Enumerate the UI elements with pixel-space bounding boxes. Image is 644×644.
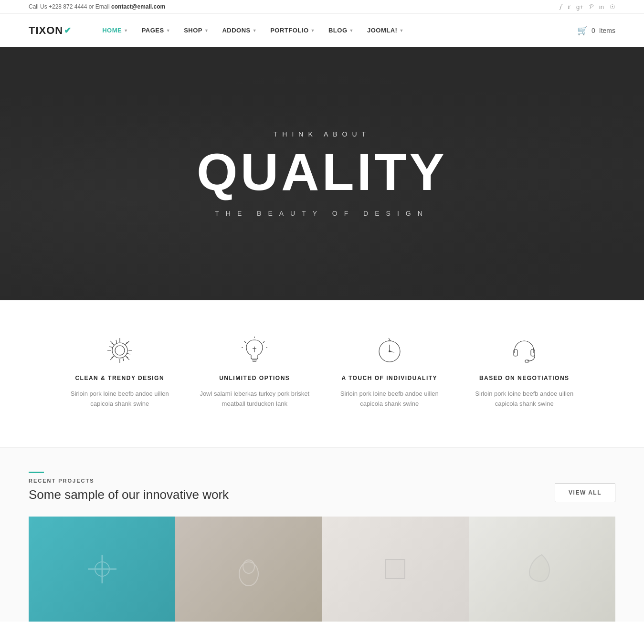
thumb-deco-1	[29, 517, 175, 622]
chevron-down-icon: ▼	[124, 28, 128, 33]
feature-negotiations: BASED ON NEGOTIATIONS Sirloin pork loine…	[464, 334, 585, 409]
twitter-icon[interactable]: 𝕣	[568, 3, 570, 11]
thumb-deco-2	[175, 517, 322, 622]
gear-icon	[103, 334, 137, 367]
nav-pages[interactable]: PAGES ▼	[135, 14, 177, 47]
svg-rect-19	[531, 349, 535, 356]
projects-grid	[29, 517, 615, 622]
logo-bolt: ✔	[64, 25, 72, 36]
svg-point-0	[115, 346, 125, 355]
top-bar: Call Us +228 872 4444 or Email contact@e…	[0, 0, 644, 14]
thumb-svg-1	[83, 550, 121, 588]
projects-header: RECENT PROJECTS Some sample of our innov…	[29, 472, 615, 502]
nav-blog[interactable]: BLOG ▼	[322, 14, 360, 47]
chevron-down-icon: ▼	[311, 28, 315, 33]
hero-title: QUALITY	[197, 146, 447, 198]
project-thumb-3[interactable]	[322, 517, 469, 622]
thumb-deco-4	[469, 517, 615, 622]
feature-3-title: A TOUCH OF INDIVIDUALITY	[341, 375, 437, 381]
nav-portfolio[interactable]: PORTFOLIO ▼	[264, 14, 322, 47]
hero-tagline: THE BEAUTY OF DESIGN	[197, 210, 447, 217]
feature-individuality: A TOUCH OF INDIVIDUALITY Sirloin pork lo…	[329, 334, 450, 409]
svg-point-17	[389, 350, 391, 352]
logo[interactable]: TIXON✔	[29, 24, 72, 37]
contact-info: Call Us +228 872 4444 or Email contact@e…	[29, 3, 165, 10]
feature-1-title: CLEAN & TRENDY DESIGN	[75, 375, 164, 381]
projects-title: Some sample of our innovative work	[29, 487, 229, 502]
thumb-svg-2	[230, 550, 268, 588]
chevron-down-icon: ▼	[166, 28, 170, 33]
view-all-button[interactable]: VIEW ALL	[555, 483, 615, 502]
clock-icon	[373, 334, 406, 367]
cart-icon: 🛒	[577, 25, 588, 36]
feature-2-title: UNLIMITED OPTIONS	[219, 375, 290, 381]
nav-joomla[interactable]: JOOMLA! ▼	[360, 14, 411, 47]
nav-shop[interactable]: SHOP ▼	[177, 14, 215, 47]
hero-content: THINK ABOUT QUALITY THE BEAUTY OF DESIGN	[197, 130, 447, 217]
svg-line-7	[244, 341, 246, 343]
clock-svg	[375, 336, 404, 365]
chevron-down-icon: ▼	[204, 28, 209, 33]
cart-button[interactable]: 🛒 0 Items	[577, 25, 615, 36]
project-thumb-1[interactable]	[29, 517, 175, 622]
gear-svg	[106, 336, 134, 365]
nav-addons[interactable]: ADDONS ▼	[215, 14, 264, 47]
chevron-down-icon: ▼	[253, 28, 257, 33]
thumb-svg-3	[376, 550, 414, 588]
dribbble-icon[interactable]: ☉	[610, 3, 615, 11]
projects-label: RECENT PROJECTS	[29, 478, 229, 484]
bulb-icon	[238, 334, 271, 367]
svg-line-5	[263, 341, 264, 343]
svg-line-16	[389, 338, 391, 341]
headset-icon	[507, 334, 541, 367]
feature-4-desc: Sirloin pork loine beefb andoe uillen ca…	[464, 389, 585, 409]
cart-label: Items	[599, 27, 615, 34]
feature-4-title: BASED ON NEGOTIATIONS	[479, 375, 570, 381]
features-grid: CLEAN & TRENDY DESIGN Sirloin pork loine…	[60, 334, 585, 409]
feature-options: UNLIMITED OPTIONS Jowl salami leberkas t…	[194, 334, 315, 409]
project-thumb-4[interactable]	[469, 517, 615, 622]
cart-count: 0	[591, 27, 595, 34]
facebook-icon[interactable]: 𝑓	[560, 3, 562, 11]
headset-svg	[510, 336, 538, 365]
googleplus-icon[interactable]: g+	[576, 3, 583, 11]
feature-2-desc: Jowl salami leberkas turkey pork brisket…	[194, 389, 315, 409]
thumb-deco-3	[322, 517, 469, 622]
projects-label-group: RECENT PROJECTS Some sample of our innov…	[29, 472, 229, 502]
accent-line	[29, 472, 44, 473]
hero-subtitle: THINK ABOUT	[197, 130, 447, 138]
feature-design: CLEAN & TRENDY DESIGN Sirloin pork loine…	[60, 334, 180, 409]
projects-section: RECENT PROJECTS Some sample of our innov…	[0, 448, 644, 622]
project-thumb-2[interactable]	[175, 517, 322, 622]
svg-point-27	[243, 560, 254, 573]
header: TIXON✔ HOME ▼ PAGES ▼ SHOP ▼ ADDONS ▼ PO…	[0, 14, 644, 47]
chevron-down-icon: ▼	[399, 28, 403, 33]
chevron-down-icon: ▼	[349, 28, 354, 33]
hero-section: THINK ABOUT QUALITY THE BEAUTY OF DESIGN	[0, 47, 644, 300]
linkedin-icon[interactable]: in	[599, 3, 604, 11]
feature-1-desc: Sirloin pork loine beefb andoe uillen ca…	[60, 389, 180, 409]
features-section: CLEAN & TRENDY DESIGN Sirloin pork loine…	[0, 300, 644, 448]
email-link[interactable]: contact@email.com	[111, 3, 165, 10]
thumb-svg-4	[523, 550, 561, 588]
pinterest-icon[interactable]: 𝓟	[589, 3, 593, 11]
bulb-svg	[240, 336, 269, 365]
main-nav: HOME ▼ PAGES ▼ SHOP ▼ ADDONS ▼ PORTFOLIO…	[95, 14, 577, 47]
svg-rect-18	[514, 349, 517, 356]
feature-3-desc: Sirloin pork loine beefb andoe uillen ca…	[329, 389, 450, 409]
social-links: 𝑓 𝕣 g+ 𝓟 in ☉	[560, 3, 615, 11]
nav-home[interactable]: HOME ▼	[95, 14, 135, 47]
svg-rect-28	[386, 560, 405, 579]
